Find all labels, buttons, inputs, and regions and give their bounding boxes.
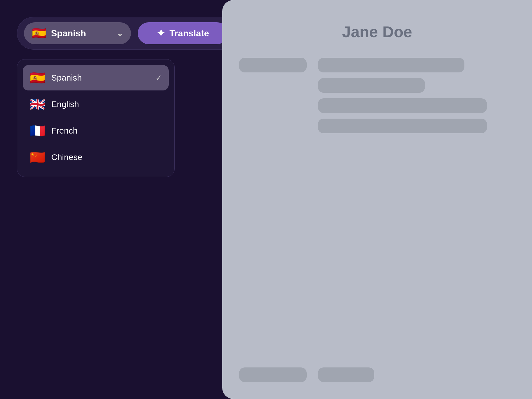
selected-language-flag: 🇪🇸 (32, 27, 46, 39)
english-flag-icon: 🇬🇧 (30, 98, 46, 111)
card-right-column (318, 58, 515, 133)
language-dropdown: 🇪🇸 Spanish ✓ 🇬🇧 English 🇫🇷 French 🇨🇳 Chi… (17, 59, 175, 177)
spanish-label: Spanish (51, 73, 82, 83)
sparkle-icon: ✦ (157, 27, 165, 39)
dropdown-item-chinese[interactable]: 🇨🇳 Chinese (23, 145, 169, 170)
checkmark-icon: ✓ (155, 73, 162, 83)
card-left-column (239, 58, 307, 133)
english-label: English (51, 99, 79, 109)
chinese-flag-icon: 🇨🇳 (30, 151, 46, 164)
skeleton-bar-2 (318, 58, 464, 72)
card-panel: Jane Doe (222, 0, 532, 399)
dropdown-item-spanish[interactable]: 🇪🇸 Spanish ✓ (23, 65, 169, 90)
skeleton-bar-3 (318, 78, 425, 93)
french-flag-icon: 🇫🇷 (30, 124, 46, 137)
main-container: 🇪🇸 Spanish ⌄ ✦ Translate 🇪🇸 Spanish ✓ 🇬🇧… (0, 0, 532, 399)
chinese-label: Chinese (51, 152, 82, 162)
skeleton-bar-4 (318, 98, 487, 113)
language-selector-button[interactable]: 🇪🇸 Spanish ⌄ (24, 22, 131, 44)
spanish-flag-icon: 🇪🇸 (30, 71, 46, 84)
card-name: Jane Doe (239, 23, 515, 41)
card-content (239, 58, 515, 133)
french-label: French (51, 126, 77, 136)
card-bottom (239, 367, 515, 382)
translate-button[interactable]: ✦ Translate (138, 22, 228, 44)
dropdown-item-english[interactable]: 🇬🇧 English (23, 92, 169, 117)
skeleton-bar-1 (239, 58, 307, 72)
chevron-down-icon: ⌄ (117, 29, 123, 38)
dropdown-item-french[interactable]: 🇫🇷 French (23, 118, 169, 143)
bottom-skeleton-1 (239, 367, 307, 382)
selected-language-label: Spanish (51, 28, 86, 39)
bottom-skeleton-2 (318, 367, 374, 382)
skeleton-bar-5 (318, 119, 487, 133)
translate-button-label: Translate (170, 28, 209, 39)
